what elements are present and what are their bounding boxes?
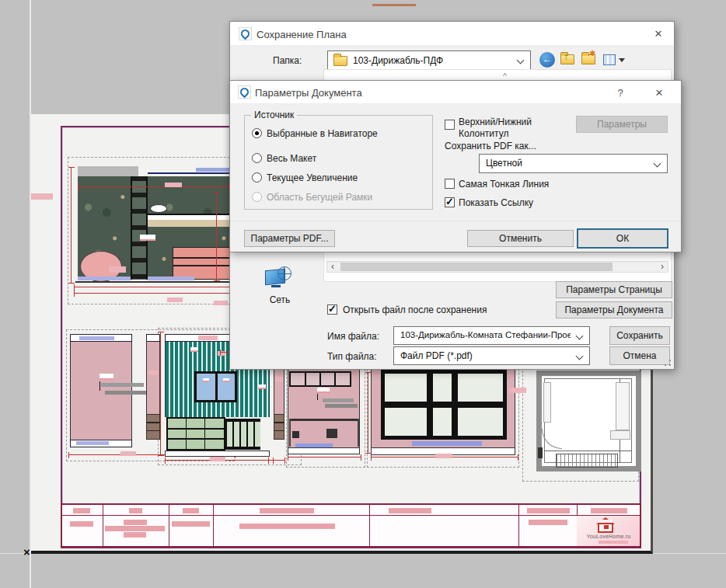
- shelf-bar: [101, 383, 144, 387]
- horizontal-scrollbar[interactable]: ‹ ›: [326, 261, 668, 273]
- back-icon[interactable]: ←: [539, 52, 555, 68]
- dimension-label: [148, 371, 158, 375]
- baseboard: [78, 277, 131, 280]
- callout-leader: [317, 394, 318, 400]
- thinnest-line-label[interactable]: Самая Тонкая Линия: [459, 179, 549, 190]
- radio-entire-layout[interactable]: [252, 153, 262, 163]
- save-dialog-titlebar[interactable]: Сохранение Плана ✕: [230, 22, 674, 46]
- tag: [275, 377, 283, 381]
- pillow: [150, 204, 167, 213]
- dimension-line: [268, 460, 285, 461]
- chevron-down-icon[interactable]: [517, 57, 525, 64]
- help-icon[interactable]: ?: [613, 85, 628, 101]
- dimension-label: [109, 266, 126, 273]
- filetype-value: Файл PDF (*.pdf): [400, 350, 473, 361]
- tag: [190, 347, 198, 352]
- radio-selected-in-navigator[interactable]: [252, 128, 262, 138]
- pdf-color-combobox[interactable]: Цветной: [479, 154, 668, 173]
- folder-icon: [333, 56, 347, 66]
- desk-item: [326, 429, 337, 438]
- chevron-down-icon[interactable]: [576, 353, 584, 360]
- ok-button[interactable]: ОК: [577, 228, 668, 249]
- callout-label: [317, 388, 330, 393]
- dimension-label: [120, 451, 136, 456]
- panel3-cabinets: [166, 417, 225, 451]
- panel3-window: [194, 371, 237, 402]
- source-group-label: Источник: [251, 110, 297, 120]
- save-dialog-title: Сохранение Плана: [257, 29, 347, 40]
- radio-label[interactable]: Выбранные в Навигаторе: [267, 128, 378, 139]
- cancel-button[interactable]: Отменить: [467, 230, 574, 247]
- close-icon[interactable]: ✕: [651, 26, 666, 42]
- filename-label: Имя файла:: [327, 331, 379, 342]
- cancel-button[interactable]: Отмена: [609, 346, 670, 365]
- desk-leg: [358, 419, 359, 447]
- radio-label[interactable]: Текущее Увеличение: [267, 172, 358, 183]
- company-logo: YouLoveHome.ru: [577, 516, 640, 546]
- scroll-right-icon[interactable]: ›: [657, 262, 668, 272]
- panel5-sill: [288, 447, 360, 454]
- tag: [258, 384, 266, 389]
- document-parameters-dialog[interactable]: Параметры Документа ? ✕ Источник Выбранн…: [229, 80, 682, 252]
- folder-combobox[interactable]: 103-Дирижабль-ПДФ: [327, 50, 531, 70]
- title-block: YouLoveHome.ru: [61, 503, 641, 548]
- panel5-shelf-grid: [289, 371, 351, 387]
- dimension-label: [435, 454, 452, 458]
- baseboard: [148, 277, 194, 280]
- folder-label: Папка:: [273, 55, 302, 66]
- folder-combobox-value: 103-Дирижабль-ПДФ: [353, 55, 443, 66]
- chevron-down-icon[interactable]: [576, 332, 584, 340]
- header-footer-label[interactable]: Верхний/Нижний Колонтитул: [459, 117, 571, 140]
- scrollbar-thumb[interactable]: [340, 263, 613, 271]
- workspace: YouLoveHome.ru × Сохранение Плана ✕ Папк…: [0, 0, 726, 588]
- dimension-line: [160, 332, 161, 456]
- drawing-fragment: [372, 4, 416, 6]
- header-footer-checkbox[interactable]: [445, 120, 455, 130]
- page-setup-button[interactable]: Параметры Страницы: [556, 281, 672, 298]
- resize-grip[interactable]: [664, 359, 672, 367]
- house-icon: [595, 517, 616, 533]
- radio-label: Область Бегущей Рамки: [267, 192, 372, 203]
- dimension-line: [78, 186, 229, 187]
- panel6-window-frame: [381, 370, 507, 440]
- network-icon[interactable]: [265, 266, 293, 290]
- radio-label[interactable]: Весь Макет: [267, 153, 316, 164]
- dimension-label: [509, 388, 526, 393]
- desk-leg: [289, 419, 291, 447]
- show-link-checkbox[interactable]: [445, 197, 455, 207]
- panel2-cabinet: [146, 414, 160, 440]
- desk-top: [289, 419, 359, 421]
- document-options-button[interactable]: Параметры Документа: [556, 301, 672, 318]
- thinnest-line-checkbox[interactable]: [445, 179, 455, 189]
- dimension-line: [288, 457, 361, 458]
- panel6-skirting: [412, 441, 482, 446]
- open-after-save-label[interactable]: Открыть файл после сохранения: [343, 304, 487, 315]
- open-after-save-checkbox[interactable]: [327, 304, 337, 315]
- doc-dialog-title: Параметры Документа: [255, 87, 362, 99]
- close-icon[interactable]: ✕: [651, 85, 667, 101]
- scroll-left-icon[interactable]: ‹: [327, 262, 338, 272]
- pdf-options-button[interactable]: Параметры PDF...: [244, 230, 335, 247]
- dimension-label: [210, 457, 225, 461]
- separator: [230, 221, 681, 221]
- filetype-combobox[interactable]: Файл PDF (*.pdf): [393, 346, 590, 365]
- dimension-label: [214, 301, 228, 305]
- save-button[interactable]: Сохранить: [609, 326, 670, 345]
- show-link-label[interactable]: Показать Ссылку: [459, 197, 533, 208]
- panel3-sill: [165, 451, 270, 457]
- panel4-cabinet: [274, 414, 284, 440]
- chevron-down-icon[interactable]: [654, 160, 661, 168]
- radio-current-zoom[interactable]: [252, 172, 262, 183]
- shelf-bar: [105, 391, 148, 395]
- dimension-label: [198, 336, 218, 340]
- doc-dialog-titlebar[interactable]: Параметры Документа ? ✕: [230, 81, 681, 104]
- panel1-rail: [79, 336, 114, 340]
- dimension-line: [216, 192, 217, 281]
- dimension-label: [140, 235, 155, 241]
- filetype-label: Тип файла:: [327, 351, 377, 362]
- panel2-top-band: [146, 334, 160, 342]
- save-pdf-as-label: Сохранить PDF как...: [445, 141, 536, 151]
- filename-combobox[interactable]: 103-Дирижабль-Комната Стефании-Проект: [393, 326, 590, 345]
- pdf-color-value: Цветной: [486, 158, 522, 169]
- elevation-top-band: [78, 166, 138, 176]
